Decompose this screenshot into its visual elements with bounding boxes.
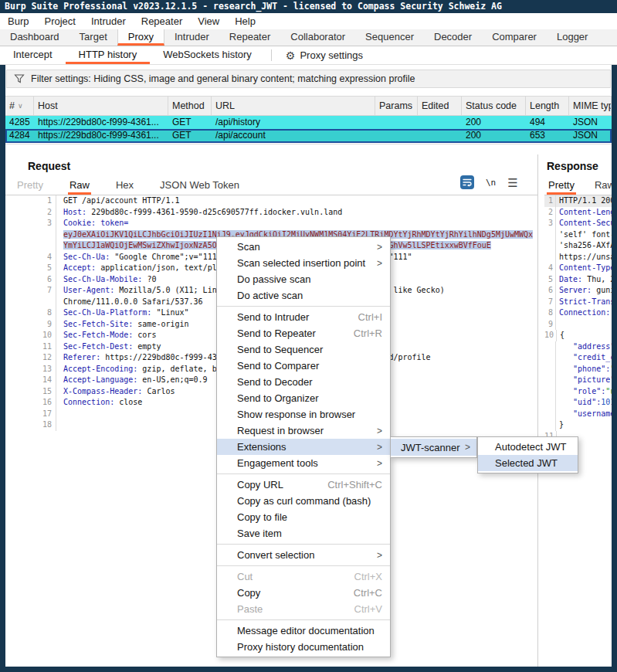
response-tab-pretty[interactable]: Pretty	[547, 177, 576, 195]
context-menu-item-do-passive-scan[interactable]: Do passive scan	[217, 271, 390, 287]
tab-target[interactable]: Target	[69, 29, 117, 46]
request-tab-hex[interactable]: Hex	[114, 177, 135, 195]
jwt-submenu-item-label: Selected JWT	[495, 457, 558, 469]
context-menu-item-send-to-comparer[interactable]: Send to Comparer	[217, 358, 390, 374]
line-number	[544, 352, 556, 364]
response-line: "username":"	[544, 409, 612, 420]
tab-proxy[interactable]: Proxy	[117, 29, 164, 46]
submenu-arrow-icon: >	[377, 242, 382, 253]
context-menu-item-send-to-repeater[interactable]: Send to RepeaterCtrl+R	[217, 325, 390, 341]
line-number: 4	[544, 263, 556, 274]
menubar-item-view[interactable]: View	[190, 13, 227, 29]
column-header-mime-type[interactable]: MIME type	[569, 97, 612, 115]
subtab-websockets-history[interactable]: WebSockets history	[150, 46, 265, 64]
code-segment: close	[114, 398, 142, 406]
context-menu-item-save-item[interactable]: Save item	[217, 525, 390, 541]
table-row[interactable]: 4284https://229bd80c-f999-4361...GET/api…	[5, 129, 612, 143]
code-segment: "picture":"	[559, 375, 612, 384]
column-header-url[interactable]: URL	[212, 97, 375, 115]
context-menu-item-label: Do passive scan	[237, 273, 310, 285]
line-number	[5, 229, 56, 241]
context-menu-item-label: Proxy history documentation	[237, 641, 364, 653]
cell-edited	[418, 129, 462, 143]
jwt-submenu-item-autodetect-jwt[interactable]: Autodetect JWT	[478, 439, 578, 455]
context-menu-item-show-response-in-browser[interactable]: Show response in browser	[217, 406, 390, 423]
line-number	[544, 386, 556, 398]
context-menu-item-send-to-intruder[interactable]: Send to IntruderCtrl+I	[217, 309, 390, 325]
column-header-id[interactable]: #∨	[5, 97, 34, 115]
subtab-proxy-settings[interactable]: ⚙Proxy settings	[278, 46, 371, 64]
context-menu-item-send-to-sequencer[interactable]: Send to Sequencer	[217, 341, 390, 358]
context-menu-item-request-in-browser[interactable]: Request in browser>	[217, 423, 390, 439]
tab-comparer[interactable]: Comparer	[482, 29, 547, 46]
code-segment: en-US,en;q=0.9	[137, 375, 207, 384]
context-menu-item-do-active-scan[interactable]: Do active scan	[217, 287, 390, 304]
menubar-item-burp[interactable]: Burp	[0, 13, 36, 29]
context-menu-item-scan[interactable]: Scan>	[217, 239, 390, 255]
tab-intruder[interactable]: Intruder	[164, 29, 219, 46]
tab-decoder[interactable]: Decoder	[424, 29, 482, 46]
column-header-host[interactable]: Host	[34, 97, 168, 115]
jwt-submenu-item-label: Autodetect JWT	[495, 441, 566, 453]
tab-logger[interactable]: Logger	[547, 29, 598, 46]
tab-sequencer[interactable]: Sequencer	[355, 29, 424, 46]
table-row[interactable]: 4285https://229bd80c-f999-4361...GET/api…	[5, 116, 612, 129]
submenu-arrow-icon: >	[377, 258, 382, 269]
menubar-item-intruder[interactable]: Intruder	[83, 13, 134, 29]
line-number: 3	[544, 218, 556, 229]
context-menu-item-copy-as-curl-command-bash[interactable]: Copy as curl command (bash)	[217, 493, 390, 509]
history-table-header[interactable]: #∨HostMethodURLParamsEditedStatus codeLe…	[5, 96, 612, 116]
context-menu-item-copy-url[interactable]: Copy URLCtrl+Shift+C	[217, 477, 390, 493]
context-menu-item-label: Scan	[237, 241, 260, 253]
context-menu-item-scan-selected-insertion-point[interactable]: Scan selected insertion point>	[217, 255, 390, 271]
context-menu-item-send-to-decoder[interactable]: Send to Decoder	[217, 374, 390, 390]
code-segment: "user",	[605, 387, 612, 395]
column-header-length[interactable]: Length	[526, 97, 569, 115]
context-menu-item-send-to-organizer[interactable]: Send to Organizer	[217, 390, 390, 406]
tab-dashboard[interactable]: Dashboard	[0, 29, 69, 46]
column-header-params[interactable]: Params	[375, 97, 418, 115]
response-editor[interactable]: 1HTTP/1.1 200 OK2Content-Length: 6533Con…	[544, 195, 612, 667]
response-line: 2Content-Length: 653	[544, 207, 612, 219]
menubar-item-repeater[interactable]: Repeater	[134, 13, 190, 29]
context-menu-item-copy[interactable]: CopyCtrl+C	[217, 585, 390, 601]
request-line: 2Host: 229bd80c-f999-4361-9590-d25c69057…	[5, 207, 537, 219]
filter-settings-bar[interactable]: Filter settings: Hiding CSS, image and g…	[6, 70, 611, 88]
context-menu-item-proxy-history-documentation[interactable]: Proxy history documentation	[217, 639, 390, 655]
column-header-method[interactable]: Method	[168, 97, 212, 115]
tab-repeater[interactable]: Repeater	[219, 29, 280, 46]
tab-collaborator[interactable]: Collaborator	[280, 29, 355, 46]
newline-glyph-icon[interactable]: \n	[486, 178, 496, 188]
context-menu-item-label: Send to Organizer	[237, 392, 319, 404]
context-menu-item-copy-to-file[interactable]: Copy to file	[217, 509, 390, 525]
subtab-http-history[interactable]: HTTP history	[66, 46, 151, 64]
request-tab-raw[interactable]: Raw	[68, 177, 91, 195]
column-header-label: Params	[379, 100, 412, 111]
context-menu-item-convert-selection[interactable]: Convert selection>	[217, 547, 390, 563]
context-menu-item-label: Scan selected insertion point	[237, 257, 365, 269]
code-segment: Sec-Ch-Ua-Platform:	[63, 308, 151, 317]
column-header-edited[interactable]: Edited	[418, 97, 462, 115]
response-line: "address":"	[544, 341, 612, 353]
shortcut-label: Ctrl+V	[354, 603, 382, 615]
line-content: 'sha256-AXfAK87FDt0=	[556, 240, 612, 252]
context-menu-item-engagement-tools[interactable]: Engagement tools>	[217, 455, 390, 471]
response-tab-raw[interactable]: Raw	[593, 177, 612, 195]
subtab-intercept[interactable]: Intercept	[0, 46, 66, 64]
jwt-submenu-item-selected-jwt[interactable]: Selected JWT	[478, 455, 578, 471]
line-content	[56, 419, 63, 431]
wrap-toggle-icon[interactable]	[460, 175, 474, 189]
subtab-divider	[271, 49, 272, 61]
chevron-down-icon: ∨	[18, 102, 23, 110]
editor-menu-icon[interactable]: ☰	[507, 177, 517, 188]
request-tab-json-web-token[interactable]: JSON Web Token	[158, 177, 241, 195]
column-header-status-code[interactable]: Status code	[462, 97, 526, 115]
context-menu-item-extensions[interactable]: Extensions>	[217, 439, 390, 455]
menubar-item-project[interactable]: Project	[36, 13, 83, 29]
context-menu-item-label: Copy URL	[237, 479, 283, 490]
cell-id: 4285	[5, 116, 34, 129]
context-menu-item-message-editor-documentation[interactable]: Message editor documentation	[217, 623, 390, 639]
context-menu-separator	[217, 541, 390, 547]
menubar-item-help[interactable]: Help	[227, 13, 263, 29]
extensions-submenu-item-jwt-scanner[interactable]: JWT-scanner>	[391, 439, 476, 456]
